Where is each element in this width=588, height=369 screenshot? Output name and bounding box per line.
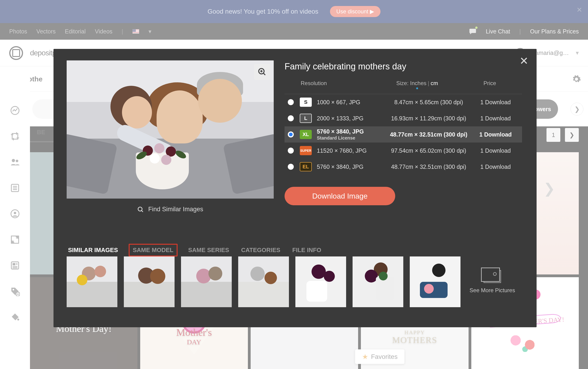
col-size[interactable]: Size: Inches|cm [375, 80, 460, 89]
size-badge: EL [300, 162, 312, 171]
license-row-xl[interactable]: XL 5760 × 3840, JPG Standard License 48.… [284, 126, 522, 143]
col-resolution: Resolution [301, 80, 375, 89]
license-row-l[interactable]: L 2000 × 1333, JPG 16.93cm × 11.29cm (30… [284, 110, 522, 126]
tab-same-model[interactable]: SAME MODEL [129, 244, 178, 256]
image-detail-modal: ✕ Find Similar Images Family celebrating… [53, 49, 537, 327]
row-resolution: 5760 × 3840, JPG Standard License [317, 128, 386, 141]
search-icon [137, 206, 144, 213]
related-tabs: SIMILAR IMAGES SAME MODEL SAME SERIES CA… [67, 244, 323, 256]
col-price: Price [460, 80, 520, 89]
size-badge: XL [300, 130, 312, 139]
radio-icon[interactable] [288, 164, 294, 170]
modal-close-icon[interactable]: ✕ [519, 55, 528, 67]
see-more-label: See More Pictures [469, 287, 515, 294]
unit-indicator-icon [416, 87, 418, 89]
download-button[interactable]: Download Image [284, 187, 395, 205]
radio-icon[interactable] [288, 115, 294, 121]
row-resolution: 2000 × 1333, JPG [317, 115, 386, 122]
thumbnail[interactable] [410, 256, 460, 307]
row-price: 1 Download [471, 99, 520, 106]
size-badge: L [300, 114, 312, 123]
see-more-button[interactable]: See More Pictures [467, 256, 518, 307]
thumbnail[interactable] [67, 256, 117, 307]
row-resolution: 11520 × 7680, JPG [317, 147, 386, 154]
license-row-el[interactable]: EL 5760 × 3840, JPG 48.77cm × 32.51cm (3… [284, 159, 522, 175]
radio-icon[interactable] [288, 99, 294, 105]
find-similar-label: Find Similar Images [148, 206, 203, 213]
thumbnail[interactable] [353, 256, 403, 307]
row-resolution: 1000 × 667, JPG [317, 99, 386, 106]
license-table-header: Resolution Size: Inches|cm Price [284, 80, 522, 94]
find-similar-link[interactable]: Find Similar Images [67, 206, 274, 213]
related-thumbnails: See More Pictures [67, 256, 518, 307]
row-price: 1 Download [471, 115, 520, 122]
size-badge: SUPER [300, 146, 312, 155]
photo-stack-icon [484, 270, 501, 283]
tab-same-series[interactable]: SAME SERIES [187, 245, 231, 256]
row-size: 97.54cm × 65.02cm (300 dpi) [386, 147, 471, 154]
tab-file-info[interactable]: FILE INFO [291, 245, 323, 256]
license-table: Resolution Size: Inches|cm Price S 1000 … [284, 80, 522, 175]
next-image-icon[interactable]: ❯ [544, 180, 555, 196]
license-row-super[interactable]: SUPER 11520 × 7680, JPG 97.54cm × 65.02c… [284, 143, 522, 159]
row-size: 16.93cm × 11.29cm (300 dpi) [386, 115, 471, 122]
thumbnail[interactable] [124, 256, 174, 307]
row-size: 48.77cm × 32.51cm (300 dpi) [386, 131, 471, 138]
tab-similar-images[interactable]: SIMILAR IMAGES [67, 245, 120, 256]
image-title: Family celebrating mothers day [284, 62, 406, 72]
row-price: 1 Download [471, 131, 520, 138]
svg-point-18 [138, 207, 142, 211]
row-resolution: 5760 × 3840, JPG [317, 164, 386, 170]
row-price: 1 Download [471, 164, 520, 170]
size-badge: S [300, 98, 312, 107]
preview-image[interactable] [67, 61, 274, 199]
thumbnail[interactable] [181, 256, 232, 307]
row-size: 8.47cm × 5.65cm (300 dpi) [386, 99, 471, 106]
row-size: 48.77cm × 32.51cm (300 dpi) [386, 164, 471, 170]
thumbnail[interactable] [295, 256, 346, 307]
radio-icon[interactable] [288, 132, 294, 137]
thumbnail[interactable] [238, 256, 289, 307]
tab-categories[interactable]: CATEGORIES [240, 245, 282, 256]
preview-scene [67, 61, 274, 199]
row-price: 1 Download [471, 147, 520, 154]
zoom-icon[interactable] [254, 64, 270, 80]
license-row-s[interactable]: S 1000 × 667, JPG 8.47cm × 5.65cm (300 d… [284, 94, 522, 110]
radio-icon[interactable] [288, 148, 294, 154]
